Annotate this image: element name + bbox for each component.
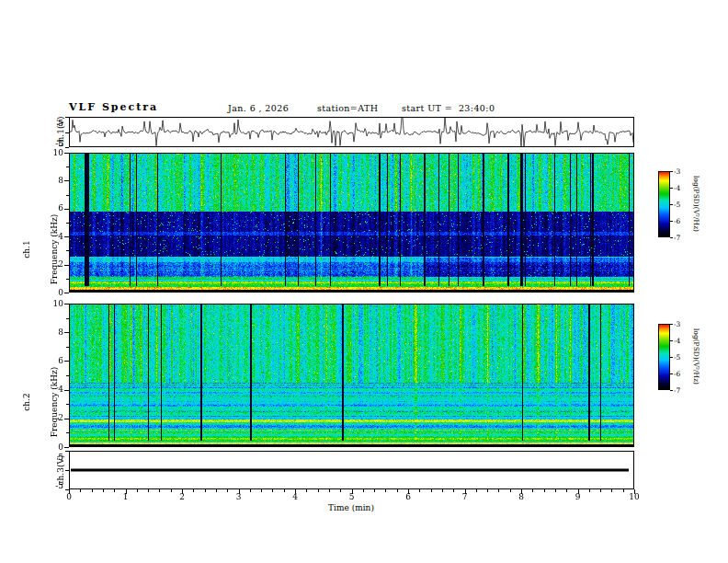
colorbar-ch2 (658, 324, 670, 390)
colorbar-tick (670, 373, 673, 374)
x-axis-minor-tick (487, 489, 488, 492)
plot-date: Jan. 6 , 2026 (228, 103, 289, 113)
x-tick-label: 4 (284, 493, 306, 501)
ch1-spectrogram-ylabel-line1: ch.1 (22, 194, 31, 304)
y-axis-tick-ch2 (64, 304, 69, 304)
colorbar-tick (670, 171, 673, 172)
ch1-waveform-panel (69, 117, 634, 147)
x-tick-label: 5 (341, 493, 363, 501)
x-axis-minor-tick (103, 489, 104, 492)
x-axis-minor-tick (261, 489, 262, 492)
x-tick-label: 8 (510, 493, 532, 501)
x-tick-label: 9 (567, 493, 589, 501)
x-axis-minor-tick (589, 489, 590, 492)
y-axis-tick-ch2 (66, 347, 69, 348)
colorbar-tick-label: -4 (674, 185, 694, 192)
x-axis-minor-tick (374, 489, 375, 492)
colorbar-tick (670, 188, 673, 189)
y-axis-tick-ch3w (65, 451, 69, 452)
x-tick-label: 3 (228, 493, 250, 501)
colorbar-tick-label: -4 (674, 338, 694, 345)
colorbar-tick-label: -5 (674, 354, 694, 362)
y-axis-tick-ch1 (64, 265, 69, 266)
x-axis-minor-tick (419, 489, 420, 492)
x-axis-minor-tick (250, 489, 251, 492)
x-axis-minor-tick (159, 489, 160, 492)
x-axis-minor-tick (148, 489, 149, 492)
x-axis-minor-tick (306, 489, 307, 492)
colorbar-tick (670, 390, 673, 391)
colorbar-tick (670, 340, 673, 341)
x-axis-minor-tick (498, 489, 499, 492)
x-axis-minor-tick (272, 489, 273, 492)
x-axis-minor-tick (544, 489, 545, 492)
x-axis-minor-tick (476, 489, 477, 492)
colorbar-tick (670, 204, 673, 205)
x-axis-minor-tick (193, 489, 194, 492)
ch1-waveform-ylabel: ch.1(V) (56, 76, 65, 187)
y-tick-label-ch1w: 5 (40, 120, 63, 128)
ch2-spectrogram-panel (69, 304, 634, 447)
y-tick-label-ch3w: -5 (40, 482, 63, 490)
x-axis-minor-tick (442, 489, 443, 492)
colorbar-tick-label: -6 (674, 218, 694, 225)
y-axis-tick-ch1 (64, 293, 69, 293)
y-tick-label-ch1: 0 (40, 289, 63, 297)
colorbar-tick (670, 221, 673, 222)
y-axis-tick-ch2 (64, 447, 69, 448)
plot-start-ut: start UT = 23:40:0 (402, 103, 495, 113)
x-axis-minor-tick (453, 489, 454, 492)
x-tick-label: 1 (115, 493, 137, 501)
x-axis-title: Time (min) (296, 504, 406, 512)
y-axis-tick-ch3w (65, 489, 69, 490)
x-axis-minor-tick (340, 489, 341, 492)
colorbar-tick-label: -3 (674, 168, 694, 176)
colorbar-tick (670, 357, 673, 358)
y-axis-tick-ch1 (66, 279, 69, 280)
y-axis-tick-ch1 (64, 153, 69, 154)
x-axis-minor-tick (623, 489, 624, 492)
x-axis-minor-tick (566, 489, 567, 492)
x-axis-minor-tick (137, 489, 138, 492)
colorbar-tick-label: -7 (674, 235, 694, 242)
x-axis-minor-tick (171, 489, 172, 492)
ch2-spectrogram-ylabel-line1: ch.2 (22, 347, 31, 457)
y-axis-tick-ch2 (64, 419, 69, 419)
ch1-spectrogram-panel (69, 153, 634, 293)
colorbar-ch1 (658, 171, 670, 237)
x-axis-minor-tick (216, 489, 217, 492)
x-axis-minor-tick (431, 489, 432, 492)
x-axis-minor-tick (205, 489, 206, 492)
y-tick-label-ch2: 4 (40, 385, 63, 394)
x-tick-label: 6 (397, 493, 419, 501)
x-axis-minor-tick (329, 489, 330, 492)
y-axis-tick-ch1w (65, 132, 69, 133)
x-axis-minor-tick (80, 489, 81, 492)
y-axis-tick-ch1 (64, 180, 69, 181)
colorbar-tick (670, 324, 673, 325)
x-axis-minor-tick (284, 489, 285, 492)
y-tick-label-ch1w: -5 (40, 140, 63, 148)
y-tick-label-ch1: 8 (40, 177, 63, 185)
y-axis-tick-ch2 (66, 432, 69, 433)
y-axis-tick-ch1 (66, 167, 69, 167)
x-axis-minor-tick (363, 489, 364, 492)
y-axis-tick-ch2 (66, 318, 69, 319)
x-axis-minor-tick (510, 489, 511, 492)
x-tick-label: 0 (58, 493, 80, 501)
x-axis-minor-tick (227, 489, 228, 492)
x-tick-label: 2 (171, 493, 193, 501)
colorbar-tick (670, 237, 673, 238)
y-tick-label-ch2: 8 (40, 328, 63, 337)
colorbar-tick-label: -5 (674, 201, 694, 209)
y-tick-label-ch2: 6 (40, 357, 63, 365)
y-axis-tick-ch1 (66, 223, 69, 224)
x-axis-minor-tick (600, 489, 601, 492)
y-axis-tick-ch1w (65, 117, 69, 118)
plot-station: station=ATH (317, 103, 378, 113)
x-axis-minor-tick (532, 489, 533, 492)
x-axis-minor-tick (611, 489, 612, 492)
y-tick-label-ch1: 4 (40, 233, 63, 241)
x-axis-minor-tick (318, 489, 319, 492)
ch3-waveform-panel (69, 451, 634, 489)
